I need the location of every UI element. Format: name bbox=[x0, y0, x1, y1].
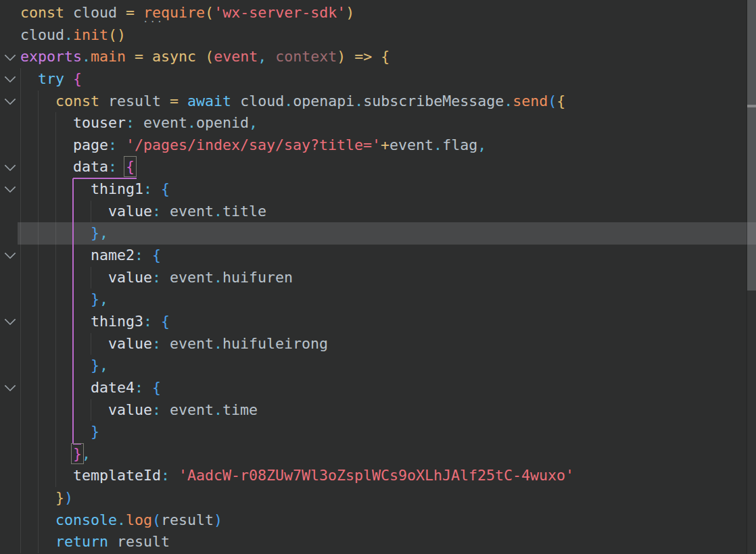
code-token: event bbox=[214, 48, 258, 65]
code-line[interactable]: value: event.huifuren bbox=[0, 267, 756, 289]
inlay-hint-ellipsis-icon: ··· bbox=[143, 16, 164, 27]
code-line[interactable]: console.log(result) bbox=[0, 509, 756, 532]
code-token bbox=[20, 511, 55, 528]
fold-chevron-icon[interactable] bbox=[5, 72, 16, 83]
code-text: const result = await cloud.openapi.subsc… bbox=[20, 91, 565, 113]
code-line[interactable]: date4: { bbox=[0, 377, 756, 399]
code-text: data: { bbox=[20, 156, 135, 178]
fold-chevron-icon[interactable] bbox=[5, 159, 16, 171]
code-line[interactable]: }, bbox=[0, 222, 756, 245]
fold-chevron-icon[interactable] bbox=[5, 314, 16, 326]
code-token bbox=[64, 4, 73, 21]
scrollbar-thumb[interactable] bbox=[747, 0, 756, 291]
code-token: event bbox=[170, 203, 214, 220]
code-token: title bbox=[222, 203, 266, 220]
code-token: = bbox=[126, 4, 135, 21]
code-token bbox=[20, 357, 91, 374]
code-token: return bbox=[55, 533, 108, 550]
code-line[interactable]: exports.main = async (event, context) =>… bbox=[0, 46, 756, 68]
code-token bbox=[143, 247, 152, 263]
code-token: : bbox=[135, 379, 143, 396]
code-token bbox=[20, 291, 91, 307]
code-line[interactable]: value: event.title bbox=[0, 201, 756, 223]
code-text: cloud.init() bbox=[20, 24, 126, 47]
code-token: flag bbox=[442, 136, 477, 153]
code-token: cloud bbox=[73, 4, 117, 21]
code-line[interactable]: data: { bbox=[0, 156, 756, 178]
code-line[interactable]: }, bbox=[0, 443, 756, 465]
code-text: }, bbox=[20, 443, 91, 465]
code-token: : bbox=[152, 401, 161, 418]
code-token bbox=[20, 423, 91, 440]
code-token bbox=[143, 48, 152, 65]
vertical-scrollbar[interactable] bbox=[747, 0, 756, 554]
code-token: = bbox=[170, 93, 179, 109]
code-token: = bbox=[135, 48, 143, 65]
code-token: { bbox=[161, 313, 170, 330]
code-text: thing1: { bbox=[20, 178, 170, 201]
code-token bbox=[20, 70, 38, 87]
code-token: : bbox=[161, 467, 170, 484]
code-token: . bbox=[214, 401, 222, 418]
code-line[interactable]: }, bbox=[0, 288, 756, 311]
code-token: . bbox=[82, 48, 91, 65]
code-token bbox=[372, 48, 381, 65]
fold-chevron-icon[interactable] bbox=[5, 182, 16, 193]
code-token: => bbox=[354, 48, 372, 65]
code-line[interactable]: page: '/pages/index/say/say?title='+even… bbox=[0, 134, 756, 157]
code-token: cloud bbox=[240, 93, 284, 109]
code-token bbox=[143, 379, 152, 396]
code-line[interactable]: const result = await cloud.openapi.subsc… bbox=[0, 91, 756, 113]
code-token: thing3 bbox=[91, 313, 143, 330]
fold-chevron-icon[interactable] bbox=[5, 93, 16, 105]
code-line[interactable]: value: event.time bbox=[0, 399, 756, 422]
code-token: templateId bbox=[73, 467, 161, 484]
code-line[interactable]: try { bbox=[0, 68, 756, 91]
code-token: : bbox=[135, 247, 143, 263]
code-token: log bbox=[126, 511, 152, 528]
code-line[interactable]: thing1: { bbox=[0, 178, 756, 201]
code-editor[interactable]: ··· const cloud = require('wx-server-sdk… bbox=[0, 0, 756, 554]
code-line[interactable]: touser: event.openid, bbox=[0, 112, 756, 134]
code-line[interactable]: name2: { bbox=[0, 245, 756, 267]
code-token: { bbox=[73, 70, 82, 87]
code-token bbox=[117, 158, 126, 175]
code-line[interactable]: value: event.huifuleirong bbox=[0, 333, 756, 355]
code-token: ( bbox=[108, 26, 117, 43]
code-line[interactable]: templateId: 'AadcW-r08ZUw7Wl3oZsplWCs9oX… bbox=[0, 465, 756, 487]
code-token bbox=[161, 203, 170, 220]
code-token: : bbox=[152, 203, 161, 220]
code-text: }, bbox=[20, 355, 108, 377]
code-token: , bbox=[477, 136, 486, 153]
code-token bbox=[20, 269, 108, 286]
code-token: value bbox=[108, 335, 152, 352]
code-token: value bbox=[108, 401, 152, 418]
code-line[interactable]: } bbox=[0, 421, 756, 443]
code-text: page: '/pages/index/say/say?title='+even… bbox=[20, 134, 486, 157]
code-token: console bbox=[55, 511, 117, 528]
code-line[interactable]: }, bbox=[0, 355, 756, 377]
code-line[interactable]: cloud.init() bbox=[0, 24, 756, 47]
code-line[interactable]: thing3: { bbox=[0, 311, 756, 333]
code-token bbox=[108, 533, 117, 550]
code-token: '/pages/index/say/say?title=' bbox=[126, 136, 381, 153]
code-text: thing3: { bbox=[20, 311, 170, 333]
code-text: touser: event.openid, bbox=[20, 112, 258, 134]
code-token: const bbox=[55, 93, 99, 109]
code-token: init bbox=[73, 26, 108, 43]
fold-chevron-icon[interactable] bbox=[5, 380, 16, 392]
code-token: huifuleirong bbox=[222, 335, 328, 352]
code-token: . bbox=[64, 26, 73, 43]
code-text: value: event.huifuleirong bbox=[20, 333, 328, 355]
code-token: { bbox=[152, 247, 161, 263]
code-line[interactable]: return result bbox=[0, 531, 756, 553]
code-token: result bbox=[108, 93, 161, 109]
code-text: return result bbox=[20, 531, 170, 553]
fold-chevron-icon[interactable] bbox=[5, 49, 16, 61]
code-text: date4: { bbox=[20, 377, 161, 399]
code-token bbox=[346, 48, 354, 65]
code-line[interactable]: const cloud = require('wx-server-sdk') bbox=[0, 2, 756, 24]
fold-chevron-icon[interactable] bbox=[5, 248, 16, 259]
code-line[interactable]: }) bbox=[0, 487, 756, 509]
code-token bbox=[126, 48, 135, 65]
